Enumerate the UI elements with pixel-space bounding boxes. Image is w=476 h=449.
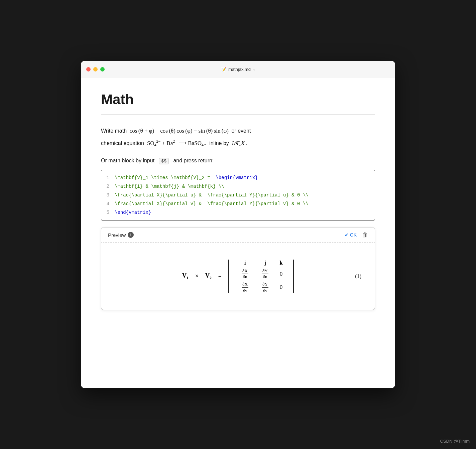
cell-0-row2: 0	[275, 268, 287, 280]
block-suffix-text: and press return:	[173, 158, 214, 163]
cell-dydv: ∂Y ∂v	[255, 282, 275, 293]
close-button[interactable]	[86, 67, 91, 71]
frac-den-dxdv: ∂v	[242, 288, 248, 293]
page-title: Math	[101, 92, 375, 108]
code-line-4: 4 \frac{\partial X}{\partial v} & \frac{…	[101, 199, 375, 208]
titlebar: 📝 mathjax.md ⌄	[81, 61, 395, 78]
preview-text: Preview	[108, 232, 126, 238]
v1-bold: V1	[182, 272, 189, 280]
main-content: Math Write math cos (θ + φ) = cos (θ) co…	[81, 78, 395, 323]
cell-i: i	[235, 260, 255, 266]
title-dropdown-icon[interactable]: ⌄	[253, 67, 255, 71]
frac-num-dxdu: ∂X	[242, 268, 248, 274]
preview-label-area: Preview i	[108, 232, 134, 238]
window-controls	[86, 67, 105, 71]
line-content-2: \mathbf{i} & \mathbf{j} & \mathbf{k} \\	[115, 183, 375, 190]
equation-number: (1)	[355, 273, 361, 279]
code-area: 1 \mathbf{V}_1 \times \mathbf{V}_2 = \be…	[101, 170, 375, 220]
frac-num-dydu: ∂Y	[262, 268, 268, 274]
code-line-3: 3 \frac{\partial X}{\partial u} & \frac{…	[101, 191, 375, 199]
block-intro-text: Or math block by input	[101, 158, 154, 163]
file-icon: 📝	[221, 67, 226, 72]
preview-header: Preview i ✔ OK 🗑	[101, 228, 375, 243]
app-window: 📝 mathjax.md ⌄ Math Write math cos (θ + …	[81, 61, 395, 388]
line-num-5: 5	[101, 210, 115, 215]
chemical-equation: SO42− + Ba2+ ⟶ BaSO4↓	[147, 140, 208, 146]
cell-0-row3: 0	[275, 282, 287, 293]
intro-chemical-label: chemical equation	[101, 140, 145, 146]
title-divider	[101, 114, 375, 115]
code-line-1: 1 \mathbf{V}_1 \times \mathbf{V}_2 = \be…	[101, 173, 375, 182]
times-operator: ×	[195, 273, 199, 280]
watermark: CSDN @Tiimmi	[440, 439, 471, 444]
cell-dxdv: ∂X ∂v	[235, 282, 255, 293]
code-span-1b: \begin{vmatrix}	[216, 175, 258, 180]
trash-icon[interactable]: 🗑	[362, 232, 368, 239]
cell-j: j	[255, 260, 275, 266]
info-icon[interactable]: i	[128, 232, 134, 238]
cell-dydu: ∂Y ∂u	[255, 268, 275, 280]
intro-text-1: Write math	[101, 128, 127, 134]
cell-k: k	[275, 260, 287, 266]
matrix-equation: V1 × V2 = i j k	[182, 258, 294, 294]
intro-paragraph: Write math cos (θ + φ) = cos (θ) cos (φ)…	[101, 125, 375, 150]
frac-den-dxdu: ∂u	[242, 274, 248, 280]
frac-den-dydu: ∂u	[262, 274, 268, 280]
line-num-1: 1	[101, 175, 115, 180]
equals-sign: =	[218, 273, 222, 280]
line-content-5: \end{vmatrix}	[115, 209, 375, 216]
cell-dxdu: ∂X ∂u	[235, 268, 255, 280]
vmatrix-right-bar	[291, 260, 294, 293]
check-icon: ✔	[345, 232, 349, 238]
code-line-5: 5 \end{vmatrix}	[101, 208, 375, 217]
preview-actions: ✔ OK 🗑	[345, 232, 368, 239]
maximize-button[interactable]	[100, 67, 105, 71]
inline-math-formula: cos (θ + φ) = cos (θ) cos (φ) − sin (θ) …	[128, 128, 232, 134]
line-num-4: 4	[101, 201, 115, 206]
block-intro-line: Or math block by input $$ and press retu…	[101, 158, 375, 164]
code-block: 1 \mathbf{V}_1 \times \mathbf{V}_2 = \be…	[101, 170, 375, 220]
intro-text-2-pre: or event	[231, 128, 251, 134]
line-content-3: \frac{\partial X}{\partial u} & \frac{\p…	[115, 191, 375, 199]
titlebar-center: 📝 mathjax.md ⌄	[221, 67, 255, 72]
line-content-4: \frac{\partial X}{\partial v} & \frac{\p…	[115, 200, 375, 207]
line-content-1: \mathbf{V}_1 \times \mathbf{V}_2 = \begi…	[115, 174, 375, 181]
preview-content: V1 × V2 = i j k	[101, 243, 375, 310]
window-title: mathjax.md	[228, 67, 251, 72]
frac-num-dxdv: ∂X	[242, 282, 248, 288]
code-line-2: 2 \mathbf{i} & \mathbf{j} & \mathbf{k} \…	[101, 182, 375, 191]
line-num-3: 3	[101, 192, 115, 198]
latex-logo: LATEX	[232, 140, 246, 146]
inline-by-label: inline by	[208, 140, 231, 146]
ok-label: OK	[350, 232, 357, 238]
code-span-1a: \mathbf{V}_1 \times \mathbf{V}_2 =	[115, 175, 216, 180]
v2-bold: V2	[205, 272, 212, 280]
vmatrix-left-bar	[228, 260, 231, 293]
line-num-2: 2	[101, 184, 115, 189]
minimize-button[interactable]	[93, 67, 98, 71]
matrix-grid: i j k ∂X ∂u ∂Y	[235, 258, 287, 294]
frac-num-dydv: ∂Y	[262, 282, 268, 288]
latex-period: .	[246, 140, 247, 146]
preview-box: Preview i ✔ OK 🗑 V1	[101, 227, 375, 310]
frac-den-dydv: ∂v	[262, 288, 268, 293]
dollar-badge: $$	[159, 158, 169, 164]
ok-button[interactable]: ✔ OK	[345, 232, 357, 238]
